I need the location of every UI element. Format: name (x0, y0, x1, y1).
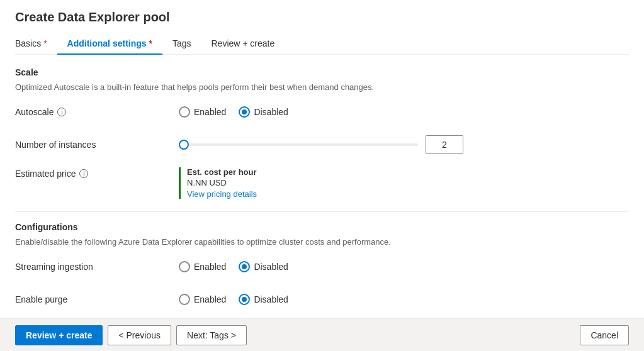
configurations-section-title: Configurations (15, 222, 629, 232)
view-pricing-link[interactable]: View pricing details (187, 189, 257, 199)
previous-button[interactable]: < Previous (108, 325, 171, 345)
autoscale-enabled-option[interactable]: Enabled (179, 106, 226, 118)
estimated-price-row: Estimated price i Est. cost per hour N.N… (15, 167, 629, 199)
autoscale-row: Autoscale i Enabled Disabled (15, 102, 629, 122)
cost-per-hour-label: Est. cost per hour (187, 167, 257, 177)
tab-review-create[interactable]: Review + create (201, 33, 285, 55)
page-title: Create Data Explorer pool (15, 10, 629, 25)
tab-tags[interactable]: Tags (162, 33, 201, 55)
autoscale-radio-group: Enabled Disabled (179, 106, 288, 118)
scale-section-title: Scale (15, 67, 629, 77)
enable-purge-radio-group: Enabled Disabled (179, 294, 288, 305)
instances-label: Number of instances (15, 140, 179, 150)
footer: Review + create < Previous Next: Tags > … (0, 318, 644, 351)
scale-info-text: Optimized Autoscale is a built-in featur… (15, 82, 629, 92)
autoscale-disabled-radio[interactable] (239, 106, 250, 118)
instances-row: Number of instances 2 (15, 135, 629, 155)
purge-enabled-radio[interactable] (179, 294, 190, 305)
autoscale-enabled-radio[interactable] (179, 106, 190, 118)
autoscale-enabled-label: Enabled (194, 107, 226, 117)
streaming-enabled-option[interactable]: Enabled (179, 261, 226, 272)
purge-disabled-option[interactable]: Disabled (239, 294, 288, 305)
purge-disabled-radio-inner (242, 297, 247, 302)
purge-disabled-label: Disabled (254, 294, 288, 304)
streaming-disabled-radio-inner (242, 264, 247, 269)
estimated-price-info-icon[interactable]: i (79, 169, 88, 178)
instances-slider-thumb[interactable] (179, 140, 189, 150)
scale-section: Scale Optimized Autoscale is a built-in … (15, 67, 629, 199)
purge-disabled-radio[interactable] (239, 294, 250, 305)
purge-enabled-label: Enabled (194, 294, 226, 304)
configurations-info-text: Enable/disable the following Azure Data … (15, 237, 629, 247)
streaming-disabled-option[interactable]: Disabled (239, 261, 288, 272)
streaming-disabled-label: Disabled (254, 262, 288, 272)
streaming-disabled-radio[interactable] (239, 261, 250, 272)
autoscale-info-icon[interactable]: i (57, 108, 66, 116)
section-divider (15, 211, 629, 212)
estimated-price-label: Estimated price i (15, 167, 179, 179)
autoscale-disabled-option[interactable]: Disabled (239, 106, 288, 118)
streaming-ingestion-row: Streaming ingestion Enabled Disabled (15, 257, 629, 277)
tab-nav: Basics * Additional settings * Tags Revi… (15, 33, 629, 55)
autoscale-label: Autoscale i (15, 107, 179, 117)
tab-additional-settings[interactable]: Additional settings * (57, 33, 162, 55)
autoscale-disabled-radio-inner (242, 109, 247, 114)
next-tags-button[interactable]: Next: Tags > (176, 325, 247, 345)
instances-slider[interactable] (179, 143, 418, 146)
instances-slider-container: 2 (179, 135, 463, 154)
cancel-button[interactable]: Cancel (580, 325, 629, 345)
streaming-enabled-radio[interactable] (179, 261, 190, 272)
price-block: Est. cost per hour N.NN USD View pricing… (179, 167, 257, 199)
cost-value: N.NN USD (187, 178, 257, 187)
purge-enabled-option[interactable]: Enabled (179, 294, 226, 305)
autoscale-disabled-label: Disabled (254, 107, 288, 117)
tab-basics[interactable]: Basics * (15, 33, 57, 55)
enable-purge-row: Enable purge Enabled Disabled (15, 289, 629, 309)
enable-purge-label: Enable purge (15, 294, 179, 304)
review-create-button[interactable]: Review + create (15, 325, 103, 345)
configurations-section: Configurations Enable/disable the follow… (15, 222, 629, 309)
streaming-enabled-label: Enabled (194, 262, 226, 272)
instances-number-input[interactable]: 2 (426, 135, 463, 154)
main-content: Scale Optimized Autoscale is a built-in … (0, 55, 644, 318)
streaming-ingestion-radio-group: Enabled Disabled (179, 261, 288, 272)
streaming-ingestion-label: Streaming ingestion (15, 262, 179, 272)
